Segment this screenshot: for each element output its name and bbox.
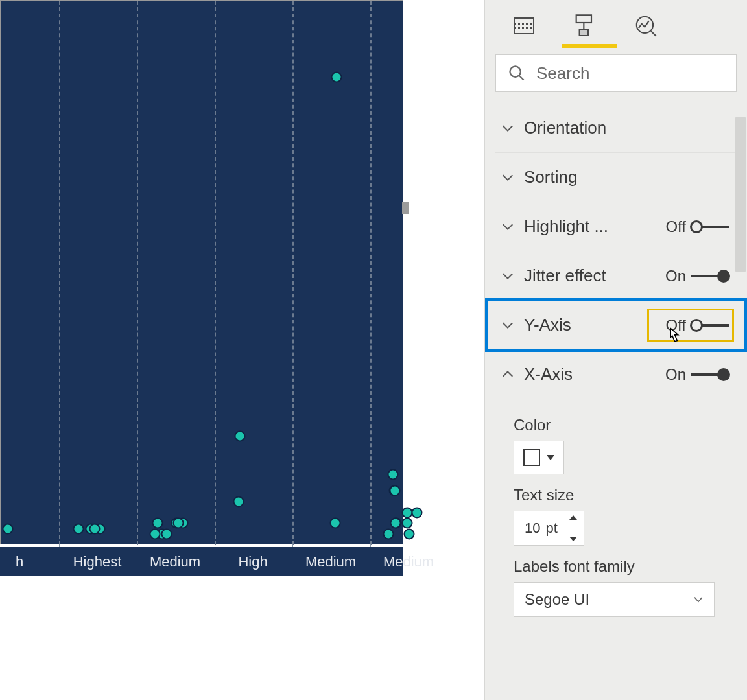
x-axis-category-label: Highest — [65, 554, 130, 570]
data-point[interactable] — [150, 529, 161, 540]
search-icon — [508, 64, 526, 82]
format-panel: Search OrientationSortingHighlight ...Of… — [484, 0, 747, 700]
chevron-down-icon — [501, 170, 515, 185]
font-family-select[interactable]: Segoe UI — [514, 582, 715, 617]
spinner-up-icon[interactable] — [569, 515, 577, 520]
search-input[interactable]: Search — [495, 54, 737, 92]
chevron-down-icon — [501, 269, 515, 283]
x-axis-category-label: Medium — [376, 554, 441, 570]
svg-point-5 — [637, 17, 653, 33]
color-label: Color — [514, 416, 737, 434]
data-point[interactable] — [2, 523, 13, 534]
svg-rect-0 — [514, 18, 534, 34]
panel-row-label: Highlight ... — [524, 216, 659, 237]
toggle-group: Off — [659, 316, 729, 334]
data-point[interactable] — [390, 518, 401, 529]
chart-plot[interactable] — [0, 0, 403, 544]
data-point[interactable] — [403, 529, 414, 540]
text-size-unit: pt — [545, 520, 557, 537]
panel-scroll-area: OrientationSortingHighlight ...OffJitter… — [485, 104, 747, 700]
resize-handle[interactable] — [402, 202, 409, 214]
toggle-state-label: On — [659, 366, 686, 384]
toggle-switch[interactable] — [691, 368, 729, 382]
chevron-down-icon — [501, 220, 515, 234]
gridline — [137, 1, 138, 545]
panel-row-x-axis[interactable]: X-AxisOn — [495, 350, 737, 399]
toggle-switch[interactable] — [691, 318, 729, 332]
data-point[interactable] — [235, 431, 246, 442]
x-axis-line — [1, 544, 404, 544]
chevron-down-icon — [501, 318, 515, 332]
panel-row-label: Orientation — [524, 118, 737, 138]
chevron-down-icon — [692, 593, 705, 606]
svg-line-6 — [651, 31, 656, 36]
panel-row-y-axis[interactable]: Y-AxisOff — [495, 301, 737, 350]
data-point[interactable] — [233, 496, 244, 507]
data-point[interactable] — [89, 523, 101, 534]
text-size-stepper[interactable]: 10 pt — [514, 511, 584, 546]
x-axis-labels: hHighestMediumHighMediumMedium — [0, 547, 403, 576]
toggle-state-label: Off — [659, 316, 686, 334]
data-point[interactable] — [329, 518, 340, 529]
chevron-up-icon — [501, 368, 515, 382]
spinner-down-icon[interactable] — [569, 537, 577, 541]
panel-row-orientation[interactable]: Orientation — [495, 104, 737, 153]
color-picker[interactable] — [514, 441, 564, 474]
analytics-tab[interactable] — [630, 10, 661, 41]
toggle-state-label: On — [659, 267, 686, 285]
svg-point-7 — [510, 67, 521, 77]
format-tab[interactable] — [569, 10, 600, 41]
x-axis-category-label: Medium — [298, 554, 363, 570]
panel-row-label: X-Axis — [524, 364, 659, 384]
data-point[interactable] — [388, 469, 399, 480]
panel-row-label: Y-Axis — [524, 315, 659, 335]
panel-row-label: Sorting — [524, 167, 737, 187]
color-swatch — [523, 449, 540, 466]
caret-down-icon — [547, 455, 554, 460]
search-placeholder: Search — [536, 64, 589, 84]
data-point[interactable] — [401, 518, 412, 529]
fields-tab[interactable] — [508, 10, 540, 41]
chevron-down-icon — [501, 121, 515, 135]
x-axis-category-label: Medium — [143, 554, 208, 570]
gridline — [292, 1, 294, 545]
gridline — [215, 1, 216, 545]
x-axis-category-label: h — [0, 554, 52, 570]
text-size-value: 10 — [525, 520, 540, 537]
toggle-switch[interactable] — [691, 220, 729, 234]
data-point[interactable] — [73, 523, 84, 534]
toggle-group: On — [659, 267, 729, 285]
font-family-value: Segoe UI — [525, 590, 589, 609]
search-container: Search — [495, 54, 737, 92]
chart-area: hHighestMediumHighMediumMedium — [0, 0, 438, 578]
toggle-group: Off — [659, 218, 729, 236]
data-point[interactable] — [411, 507, 422, 518]
gridline — [59, 1, 60, 545]
panel-scrollbar[interactable] — [735, 117, 746, 272]
data-point[interactable] — [390, 485, 401, 496]
font-family-label: Labels font family — [514, 557, 737, 576]
data-point[interactable] — [173, 518, 184, 529]
panel-row-label: Jitter effect — [524, 266, 659, 286]
toggle-group: On — [659, 366, 729, 384]
x-axis-subpanel: Color Text size 10 pt Labels font family… — [495, 399, 737, 617]
panel-row-highlight-[interactable]: Highlight ...Off — [495, 202, 737, 251]
panel-row-sorting[interactable]: Sorting — [495, 153, 737, 202]
data-point[interactable] — [161, 529, 172, 540]
data-point[interactable] — [152, 518, 163, 529]
panel-tabs — [485, 0, 747, 52]
text-size-label: Text size — [514, 486, 737, 504]
svg-rect-3 — [576, 15, 591, 23]
toggle-state-label: Off — [659, 218, 686, 236]
data-point[interactable] — [331, 71, 342, 82]
data-point[interactable] — [383, 529, 394, 540]
x-axis-category-label: High — [220, 554, 285, 570]
gridline — [370, 1, 372, 545]
active-tab-indicator — [562, 44, 617, 48]
svg-line-8 — [519, 76, 524, 80]
panel-row-jitter-effect[interactable]: Jitter effectOn — [495, 251, 737, 301]
toggle-switch[interactable] — [691, 269, 729, 283]
